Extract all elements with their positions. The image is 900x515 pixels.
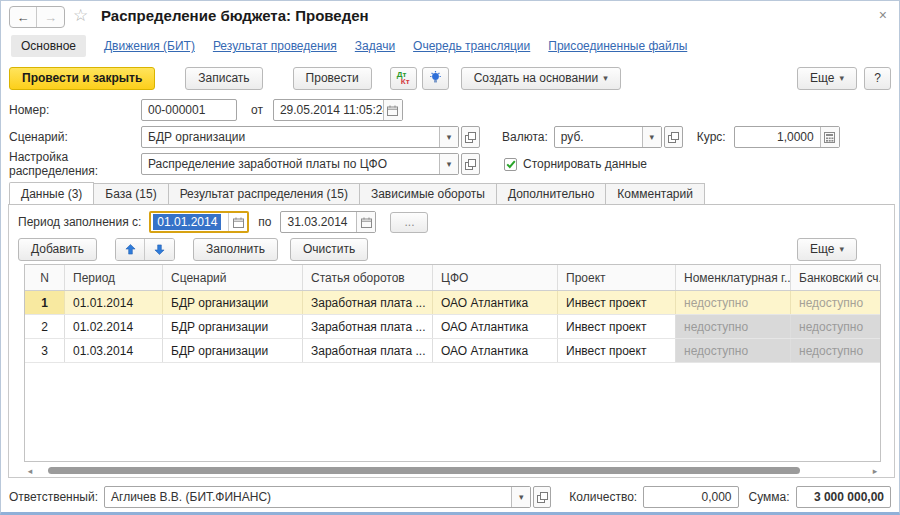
cell-n: 3 <box>25 339 65 362</box>
storno-checkbox[interactable]: Сторнировать данные <box>504 157 647 171</box>
scrollbar-thumb[interactable] <box>48 467 800 474</box>
tab-additional[interactable]: Дополнительно <box>497 183 606 205</box>
nav-link-movements[interactable]: Движения (БИТ) <box>104 39 195 53</box>
lamp-icon <box>429 71 442 85</box>
chevron-down-icon[interactable]: ▾ <box>642 127 661 147</box>
calendar-icon[interactable] <box>356 212 375 232</box>
open-setting-icon[interactable] <box>461 153 480 175</box>
table-row[interactable]: 1 01.01.2014 БДР организации Заработная … <box>25 291 880 315</box>
cell-bank: недоступно <box>791 339 880 362</box>
cell-period: 01.02.2014 <box>65 315 163 338</box>
forward-icon: → <box>44 10 57 25</box>
storno-label: Сторнировать данные <box>523 157 647 171</box>
cell-nomenclature: недоступно <box>676 291 791 314</box>
period-from-field[interactable]: 01.01.2014 <box>149 211 249 233</box>
col-header-project[interactable]: Проект <box>558 265 676 290</box>
document-window: ← → ☆ Распределение бюджета: Проведен × … <box>0 0 900 515</box>
cell-bank: недоступно <box>791 315 880 338</box>
chevron-down-icon: ▾ <box>839 73 844 83</box>
nav-link-tasks[interactable]: Задачи <box>355 39 395 53</box>
add-row-button[interactable]: Добавить <box>18 238 97 261</box>
col-header-scenario[interactable]: Сценарий <box>163 265 303 290</box>
col-header-article[interactable]: Статья оборотов <box>303 265 433 290</box>
rate-field[interactable]: 1,0000 <box>734 126 840 148</box>
col-header-cfo[interactable]: ЦФО <box>433 265 558 290</box>
setting-label: Настройка распределения: <box>9 150 141 178</box>
cell-article: Заработная плата ... <box>303 291 433 314</box>
favorite-star-icon[interactable]: ☆ <box>73 5 88 26</box>
col-header-period[interactable]: Период <box>65 265 163 290</box>
tab-data[interactable]: Данные (3) <box>9 182 94 205</box>
cell-article: Заработная плата ... <box>303 315 433 338</box>
nav-link-broadcast-queue[interactable]: Очередь трансляции <box>413 39 530 53</box>
col-header-n[interactable]: N <box>25 265 65 290</box>
create-based-on-button[interactable]: Создать на основании ▾ <box>461 67 621 90</box>
scenario-label: Сценарий: <box>9 130 141 144</box>
calculator-icon[interactable] <box>820 127 839 147</box>
scenario-row: Сценарий: БДР организации ▾ Валюта: руб.… <box>9 126 840 148</box>
col-header-bank[interactable]: Банковский сч... <box>791 265 880 290</box>
cell-n: 2 <box>25 315 65 338</box>
save-button[interactable]: Записать <box>185 67 262 90</box>
back-button[interactable]: ← <box>10 7 37 27</box>
period-to-field[interactable]: 31.03.2014 <box>280 211 376 233</box>
period-to-label: по <box>258 215 271 229</box>
col-header-nomenclature[interactable]: Номенклатурная г... <box>676 265 791 290</box>
rate-label: Курс: <box>697 130 726 144</box>
move-down-button[interactable] <box>145 239 174 260</box>
datetime-field[interactable]: 29.05.2014 11:05:24 <box>273 99 403 121</box>
sum-field[interactable]: 3 000 000,00 <box>796 486 891 508</box>
responsible-label: Ответственный: <box>9 490 98 504</box>
cell-cfo: ОАО Атлантика <box>433 315 558 338</box>
tab-base[interactable]: База (15) <box>94 183 168 205</box>
show-postings-button[interactable]: ДтКт <box>390 67 417 90</box>
open-currency-icon[interactable] <box>664 126 683 148</box>
move-up-button[interactable] <box>116 239 145 260</box>
chevron-down-icon[interactable]: ▾ <box>439 154 458 174</box>
calendar-icon[interactable] <box>228 213 247 231</box>
clear-button[interactable]: Очистить <box>290 238 368 261</box>
open-responsible-icon[interactable] <box>533 486 551 508</box>
close-icon[interactable]: × <box>879 7 887 23</box>
scenario-combo[interactable]: БДР организации ▾ <box>141 126 459 148</box>
currency-combo[interactable]: руб. ▾ <box>554 126 662 148</box>
nav-link-posting-result[interactable]: Результат проведения <box>213 39 337 53</box>
more-button[interactable]: Еще ▾ <box>797 67 857 90</box>
post-and-close-button[interactable]: Провести и закрыть <box>9 67 155 90</box>
scrollbar-track[interactable] <box>36 466 869 475</box>
arrow-up-icon <box>125 244 136 255</box>
quantity-field[interactable]: 0,000 <box>643 486 738 508</box>
period-options-button[interactable]: ... <box>390 212 428 233</box>
post-button[interactable]: Провести <box>293 67 372 90</box>
cell-nomenclature: недоступно <box>676 339 791 362</box>
cell-project: Инвест проект <box>558 339 676 362</box>
tab-dependent-turnovers[interactable]: Зависимые обороты <box>360 183 497 205</box>
table-row[interactable]: 3 01.03.2014 БДР организации Заработная … <box>25 339 880 363</box>
tab-comment[interactable]: Комментарий <box>606 183 705 205</box>
setting-combo[interactable]: Распределение заработной платы по ЦФО ▾ <box>141 153 459 175</box>
scroll-right-icon[interactable]: ▸ <box>869 466 881 476</box>
help-button[interactable]: ? <box>864 67 891 90</box>
number-field[interactable]: 00-000001 <box>141 99 237 121</box>
nav-item-main[interactable]: Основное <box>11 35 86 57</box>
horizontal-scrollbar[interactable]: ◂ ▸ <box>24 464 881 477</box>
forward-button[interactable]: → <box>37 7 64 27</box>
command-bar: Провести и закрыть Записать Провести ДтК… <box>9 65 891 91</box>
lamp-button[interactable] <box>422 67 449 90</box>
open-scenario-icon[interactable] <box>461 126 480 148</box>
scroll-left-icon[interactable]: ◂ <box>24 466 36 476</box>
responsible-combo[interactable]: Агличев В.В. (БИТ.ФИНАНС) ▾ <box>104 486 531 508</box>
calendar-icon[interactable] <box>383 100 402 120</box>
number-label: Номер: <box>9 103 141 117</box>
table-row[interactable]: 2 01.02.2014 БДР организации Заработная … <box>25 315 880 339</box>
tab-distribution-result[interactable]: Результат распределения (15) <box>169 183 360 205</box>
nav-link-attached-files[interactable]: Присоединенные файлы <box>548 39 687 53</box>
chevron-down-icon[interactable]: ▾ <box>439 127 458 147</box>
fill-button[interactable]: Заполнить <box>193 238 278 261</box>
currency-label: Валюта: <box>502 130 548 144</box>
chevron-down-icon[interactable]: ▾ <box>511 487 530 507</box>
cell-bank: недоступно <box>791 291 880 314</box>
number-row: Номер: 00-000001 от 29.05.2014 11:05:24 <box>9 99 403 121</box>
cell-n: 1 <box>25 291 65 314</box>
table-more-button[interactable]: Еще ▾ <box>797 238 857 261</box>
